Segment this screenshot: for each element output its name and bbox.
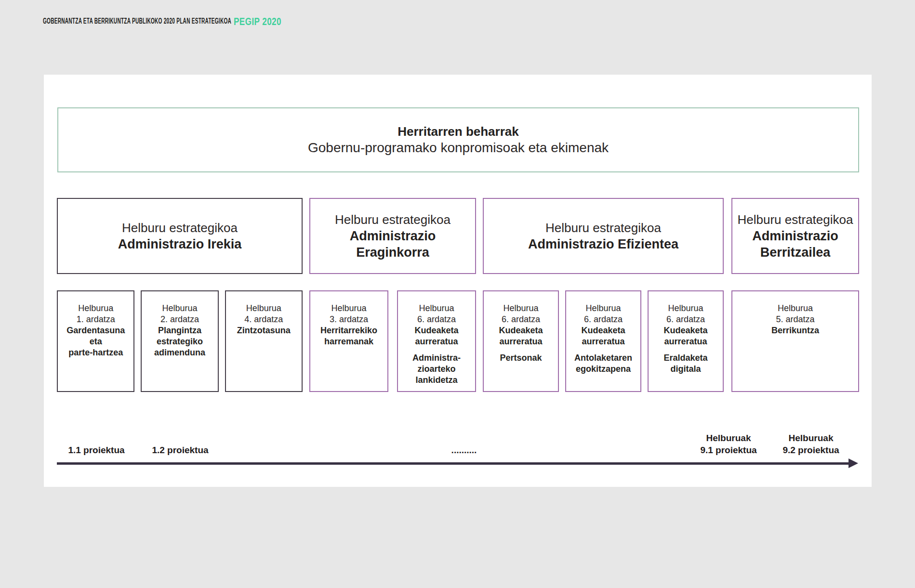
timeline-label-project-9-1: Helburuak 9.1 proiektua bbox=[700, 432, 756, 456]
objective-label: Helburua bbox=[144, 303, 215, 314]
objective-axis: 6. ardatza bbox=[400, 314, 473, 325]
timeline-label-project-1-1: 1.1 proiektua bbox=[68, 444, 124, 456]
objective-title: Gardentasuna eta parte-hartzea bbox=[60, 325, 131, 358]
page: GOBERNANTZA ETA BERRIKUNTZA PUBLIKOKO 20… bbox=[0, 0, 915, 588]
objective-axis: 2. ardatza bbox=[144, 314, 215, 325]
strategic-goal-label: Helburu estrategikoa bbox=[335, 211, 451, 228]
objective-box: Helburua 5. ardatza Berrikuntza bbox=[731, 290, 859, 392]
objective-label: Helburua bbox=[651, 303, 720, 314]
objective-axis: 6. ardatza bbox=[651, 314, 720, 325]
objective-box: Helburua 6. ardatza Kudeaketa aurreratua… bbox=[397, 290, 476, 392]
objective-label: Helburua bbox=[313, 303, 385, 314]
objective-label: Helburua bbox=[400, 303, 473, 314]
diagram-card: Herritarren beharrak Gobernu-programako … bbox=[44, 75, 872, 487]
objective-box: Helburua 4. ardatza Zintzotasuna bbox=[225, 290, 303, 392]
objective-label: Helburua bbox=[60, 303, 131, 314]
strategic-goal-box-berritzailea: Helburu estrategikoa Administrazio Berri… bbox=[731, 198, 859, 274]
objective-label: Helburua bbox=[569, 303, 638, 314]
objectives-group-irekia: Helburua 1. ardatza Gardentasuna eta par… bbox=[57, 290, 303, 392]
objective-extra: Administra- zioarteko lankidetza bbox=[400, 353, 473, 386]
objective-axis: 6. ardatza bbox=[486, 314, 556, 325]
objective-box: Helburua 3. ardatza Herritarrekiko harre… bbox=[309, 290, 388, 392]
objective-box: Helburua 2. ardatza Plangintza estrategi… bbox=[141, 290, 218, 392]
objective-axis: 3. ardatza bbox=[313, 314, 385, 325]
objective-box: Helburua 6. ardatza Kudeaketa aurreratua… bbox=[565, 290, 641, 392]
objective-title: Kudeaketa aurreratua bbox=[569, 325, 638, 347]
objective-axis: 1. ardatza bbox=[60, 314, 131, 325]
objective-extra: Antolaketaren egokitzapena bbox=[569, 353, 638, 375]
strategic-goal-box-eraginkorra: Helburu estrategikoa Administrazio Eragi… bbox=[309, 198, 476, 274]
objective-extra: Pertsonak bbox=[486, 353, 556, 364]
objective-box: Helburua 1. ardatza Gardentasuna eta par… bbox=[57, 290, 134, 392]
timeline-label-project-1-2: 1.2 proiektua bbox=[152, 444, 208, 456]
strategic-goals-row: Helburu estrategikoa Administrazio Ireki… bbox=[57, 198, 859, 274]
document-header-title: GOBERNANTZA ETA BERRIKUNTZA PUBLIKOKO 20… bbox=[43, 17, 231, 26]
objective-title: Plangintza estrategiko adimenduna bbox=[144, 325, 215, 358]
objectives-group-eraginkorra: Helburua 3. ardatza Herritarrekiko harre… bbox=[309, 290, 476, 392]
objective-axis: 4. ardatza bbox=[228, 314, 299, 325]
objectives-group-berritzailea: Helburua 5. ardatza Berrikuntza bbox=[731, 290, 859, 392]
objective-label: Helburua bbox=[735, 303, 856, 314]
objective-title: Kudeaketa aurreratua bbox=[400, 325, 473, 347]
timeline-arrow bbox=[57, 462, 849, 465]
needs-subtitle: Gobernu-programako konpromisoak eta ekim… bbox=[308, 139, 609, 157]
objective-label: Helburua bbox=[486, 303, 556, 314]
objective-label: Helburua bbox=[228, 303, 299, 314]
citizen-needs-box: Herritarren beharrak Gobernu-programako … bbox=[57, 107, 859, 172]
objectives-row: Helburua 1. ardatza Gardentasuna eta par… bbox=[57, 290, 859, 392]
timeline-label-ellipsis: .......... bbox=[451, 444, 477, 456]
strategic-goal-label: Helburu estrategikoa bbox=[545, 220, 661, 236]
plan-brand-label: PEGIP 2020 bbox=[234, 15, 281, 28]
objectives-group-efizientea: Helburua 6. ardatza Kudeaketa aurreratua… bbox=[483, 290, 724, 392]
strategic-goal-name: Administrazio Irekia bbox=[118, 236, 242, 252]
strategic-goal-name: Administrazio Efizientea bbox=[528, 236, 678, 252]
objective-title: Kudeaketa aurreratua bbox=[651, 325, 720, 347]
objective-extra: Eraldaketa digitala bbox=[651, 353, 720, 375]
strategic-goal-name: Administrazio Berritzailea bbox=[752, 228, 838, 261]
objective-title: Zintzotasuna bbox=[228, 325, 299, 336]
objective-title: Herritarrekiko harremanak bbox=[313, 325, 385, 347]
strategic-goal-name: Administrazio Eraginkorra bbox=[350, 228, 436, 261]
objective-axis: 6. ardatza bbox=[569, 314, 638, 325]
objective-axis: 5. ardatza bbox=[735, 314, 856, 325]
objective-box: Helburua 6. ardatza Kudeaketa aurreratua… bbox=[483, 290, 559, 392]
timeline-label-project-9-2: Helburuak 9.2 proiektua bbox=[782, 432, 839, 456]
strategic-goal-label: Helburu estrategikoa bbox=[738, 211, 853, 228]
strategic-goal-box-efizientea: Helburu estrategikoa Administrazio Efizi… bbox=[483, 198, 724, 274]
needs-title: Herritarren beharrak bbox=[398, 124, 518, 139]
strategic-goal-box-irekia: Helburu estrategikoa Administrazio Ireki… bbox=[57, 198, 303, 274]
objective-title: Berrikuntza bbox=[735, 325, 856, 336]
strategic-goal-label: Helburu estrategikoa bbox=[122, 220, 238, 236]
objective-title: Kudeaketa aurreratua bbox=[486, 325, 556, 347]
objective-box: Helburua 6. ardatza Kudeaketa aurreratua… bbox=[648, 290, 724, 392]
